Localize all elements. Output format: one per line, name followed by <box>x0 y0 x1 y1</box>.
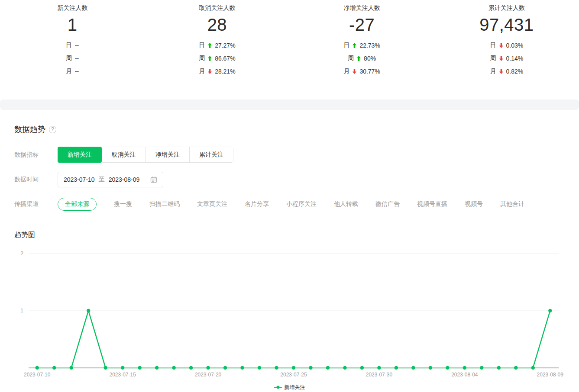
channel-filter[interactable]: 小程序关注 <box>286 200 317 208</box>
stat-card-rows: 日0.03%周0.14%月0.82% <box>434 39 579 78</box>
stat-card: 累计关注人数97,431日0.03%周0.14%月0.82% <box>434 4 579 100</box>
stat-period-label: 月 <box>66 67 72 75</box>
date-row: 数据时间 2023-07-10 至 2023-08-09 <box>14 172 579 187</box>
stat-card-rows: 日22.73%周80%月30.77% <box>290 39 434 78</box>
stat-trend-value: 30.77% <box>359 68 380 75</box>
stat-trend-row: 月-- <box>0 65 145 78</box>
svg-text:1: 1 <box>20 308 23 314</box>
channel-filter[interactable]: 微信广告 <box>375 200 400 208</box>
channel-filter[interactable]: 名片分享 <box>245 200 269 208</box>
stat-trend-row: 月0.82% <box>434 65 579 78</box>
trend-down-icon <box>499 69 503 74</box>
svg-text:2023-07-15: 2023-07-15 <box>109 372 136 378</box>
channel-filter[interactable]: 搜一搜 <box>114 200 132 208</box>
svg-text:2023-08-09: 2023-08-09 <box>537 372 564 378</box>
stat-period-label: 日 <box>199 42 205 49</box>
help-icon[interactable]: ? <box>49 126 56 133</box>
stat-trend-value: 28.21% <box>215 68 235 75</box>
stat-trend-value: -- <box>75 42 79 49</box>
channel-filter[interactable]: 文章页关注 <box>197 200 227 208</box>
stat-trend-row: 日27.27% <box>145 39 289 52</box>
stats-overview: 新关注人数1日--周--月--取消关注人数28日27.27%周86.67%月28… <box>0 0 579 100</box>
stat-trend-value: -- <box>75 55 79 62</box>
trend-down-icon <box>353 69 356 74</box>
trend-chart-svg: 122023-07-102023-07-152023-07-202023-07-… <box>0 244 579 379</box>
legend-label: 新增关注 <box>285 384 305 391</box>
stat-period-label: 日 <box>66 42 72 49</box>
legend-line-marker <box>274 385 282 391</box>
stat-trend-value: 0.14% <box>506 55 524 62</box>
stat-trend-value: 27.27% <box>215 42 235 49</box>
stat-period-label: 周 <box>66 55 72 62</box>
stat-trend-value: 22.73% <box>359 42 380 49</box>
channel-filter[interactable]: 全部来源 <box>58 198 97 211</box>
trend-up-icon <box>353 43 356 48</box>
channel-row: 传播渠道 全部来源搜一搜扫描二维码文章页关注名片分享小程序关注他人转载微信广告视… <box>14 198 579 211</box>
stat-period-label: 周 <box>490 55 496 62</box>
stat-trend-value: 80% <box>364 55 376 62</box>
stat-trend-value: 0.82% <box>506 68 524 75</box>
stat-trend-row: 日-- <box>0 39 145 52</box>
svg-text:2: 2 <box>20 251 23 257</box>
legend-item[interactable]: 新增关注 <box>0 384 579 391</box>
stat-period-label: 月 <box>199 67 205 75</box>
metric-row: 数据指标 新增关注取消关注净增关注累计关注 <box>14 147 579 163</box>
channel-filter[interactable]: 其他合计 <box>500 200 524 208</box>
metric-tab[interactable]: 净增关注 <box>146 147 189 162</box>
metric-row-label: 数据指标 <box>14 151 58 159</box>
stat-trend-row: 周-- <box>0 52 145 65</box>
stat-trend-row: 月30.77% <box>290 65 434 78</box>
data-trends-section: 数据趋势 ? 数据指标 新增关注取消关注净增关注累计关注 数据时间 2023-0… <box>0 110 579 391</box>
channel-filter[interactable]: 他人转载 <box>334 200 358 208</box>
channel-filter[interactable]: 视频号 <box>465 200 483 208</box>
stat-period-label: 周 <box>348 55 354 62</box>
stat-trend-row: 月28.21% <box>145 65 289 78</box>
date-range-input[interactable]: 2023-07-10 至 2023-08-09 <box>58 172 163 187</box>
metric-tab[interactable]: 新增关注 <box>58 147 102 163</box>
stat-card-title: 取消关注人数 <box>145 4 289 12</box>
stat-trend-row: 周86.67% <box>145 52 289 65</box>
stat-card-rows: 日--周--月-- <box>0 39 145 78</box>
svg-text:2023-08-04: 2023-08-04 <box>451 372 478 378</box>
date-row-label: 数据时间 <box>14 176 58 183</box>
stat-trend-value: 86.67% <box>215 55 235 62</box>
page-title: 数据趋势 <box>14 124 45 135</box>
trend-chart-title: 趋势图 <box>14 231 579 240</box>
svg-text:2023-07-30: 2023-07-30 <box>366 372 393 378</box>
channel-row-label: 传播渠道 <box>14 200 58 208</box>
trend-up-icon <box>208 56 212 61</box>
stat-card-value: 28 <box>145 15 289 35</box>
stat-period-label: 日 <box>490 42 496 49</box>
trend-up-icon <box>208 43 212 48</box>
stat-trend-row: 日22.73% <box>290 39 434 52</box>
stat-trend-row: 日0.03% <box>434 39 579 52</box>
channel-filter[interactable]: 扫描二维码 <box>149 200 180 208</box>
stat-card-title: 净增关注人数 <box>290 4 434 12</box>
channel-filter[interactable]: 视频号直播 <box>417 200 447 208</box>
date-end-value: 2023-08-09 <box>109 176 140 183</box>
metric-tab[interactable]: 累计关注 <box>189 147 233 162</box>
calendar-icon[interactable] <box>150 176 157 183</box>
stat-period-label: 月 <box>343 67 349 75</box>
stat-trend-value: 0.03% <box>506 42 524 49</box>
trend-down-icon <box>208 69 212 74</box>
section-divider <box>0 100 579 110</box>
stat-card-title: 新关注人数 <box>0 4 145 12</box>
stat-card: 净增关注人数-27日22.73%周80%月30.77% <box>290 4 434 100</box>
svg-text:2023-07-25: 2023-07-25 <box>280 372 307 378</box>
section-title-row: 数据趋势 ? <box>14 124 579 135</box>
stat-period-label: 日 <box>343 42 349 49</box>
svg-text:2023-07-10: 2023-07-10 <box>24 372 51 378</box>
channel-filters: 全部来源搜一搜扫描二维码文章页关注名片分享小程序关注他人转载微信广告视频号直播视… <box>58 198 524 211</box>
stat-card-title: 累计关注人数 <box>434 4 579 12</box>
stat-trend-value: -- <box>75 68 79 75</box>
trend-up-icon <box>357 56 361 61</box>
stat-period-label: 月 <box>490 67 496 75</box>
trend-chart[interactable]: 122023-07-102023-07-152023-07-202023-07-… <box>0 244 579 381</box>
metric-tab[interactable]: 取消关注 <box>102 147 146 162</box>
stat-trend-row: 周80% <box>290 52 434 65</box>
stat-card: 取消关注人数28日27.27%周86.67%月28.21% <box>145 4 289 100</box>
svg-text:2023-07-20: 2023-07-20 <box>195 372 222 378</box>
stat-card-rows: 日27.27%周86.67%月28.21% <box>145 39 289 78</box>
metric-tabs: 新增关注取消关注净增关注累计关注 <box>58 147 233 163</box>
